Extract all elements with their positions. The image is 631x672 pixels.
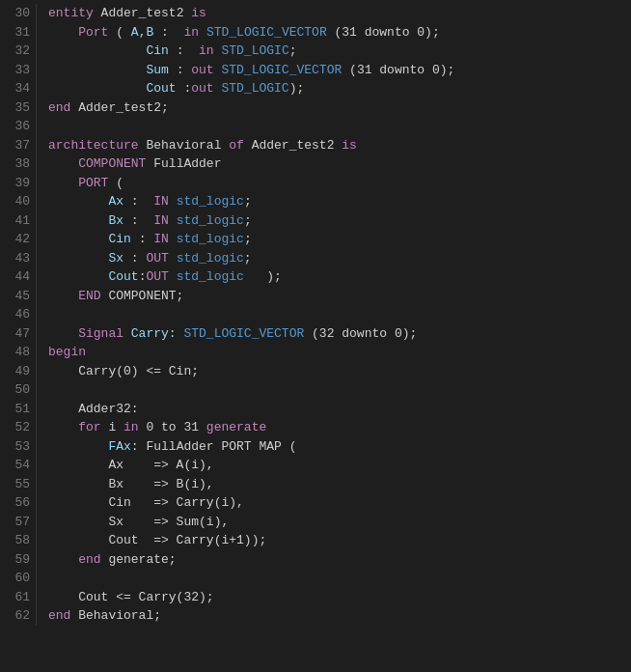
line-number: 60 <box>6 569 30 588</box>
token: FullAdder <box>146 156 221 171</box>
token: 0 to 31 <box>139 420 206 434</box>
code-line: for i in 0 to 31 generate <box>48 418 619 437</box>
token <box>169 251 177 266</box>
token <box>169 194 177 209</box>
token: Sx <box>48 251 123 266</box>
token: ); <box>244 269 282 284</box>
code-line: Cout => Carry(i+1)); <box>48 531 619 550</box>
token: A,B <box>131 25 153 40</box>
line-number: 34 <box>6 79 30 98</box>
code-line: architecture Behavioral of Adder_test2 i… <box>48 136 619 155</box>
token: IN <box>153 213 169 228</box>
code-line: end Adder_test2; <box>48 98 619 118</box>
token: generate <box>206 420 266 434</box>
code-line <box>48 117 619 136</box>
token: Cout <box>48 269 139 284</box>
code-line <box>48 380 619 400</box>
line-number: 32 <box>6 42 30 61</box>
code-line: END COMPONENT; <box>48 287 619 306</box>
token: : <box>169 43 199 58</box>
line-number: 44 <box>6 267 30 287</box>
token: Adder32: <box>48 402 139 416</box>
line-number: 33 <box>6 61 30 80</box>
token: : <box>131 232 153 246</box>
token: Cout <box>48 81 177 96</box>
code-content[interactable]: entity Adder_test2 is Port ( A,B : in ST… <box>37 4 631 626</box>
token: std_logic <box>177 251 244 266</box>
code-line: Sx : OUT std_logic; <box>48 249 619 268</box>
token: std_logic <box>177 194 244 209</box>
code-line: Ax => A(i), <box>48 456 619 475</box>
token <box>199 25 206 40</box>
code-line: PORT ( <box>48 174 619 193</box>
token: ( <box>108 176 123 190</box>
line-number: 42 <box>6 230 30 249</box>
token: COMPONENT; <box>101 289 184 303</box>
line-number: 39 <box>6 174 30 193</box>
token: : <box>153 25 183 40</box>
token: Sum <box>48 63 169 77</box>
token: architecture <box>48 138 139 153</box>
line-number: 52 <box>6 418 30 437</box>
token: (32 downto 0); <box>304 326 417 341</box>
code-line: Cout <= Carry(32); <box>48 588 619 607</box>
token: generate; <box>101 552 177 567</box>
line-numbers: 3031323334353637383940414243444546474849… <box>0 4 37 626</box>
code-line: Cin : IN std_logic; <box>48 230 619 249</box>
code-line: Cin : in STD_LOGIC; <box>48 42 619 61</box>
line-number: 53 <box>6 437 30 457</box>
code-line: Signal Carry: STD_LOGIC_VECTOR (32 downt… <box>48 324 619 344</box>
line-number: 38 <box>6 154 30 174</box>
line-number: 31 <box>6 23 30 42</box>
line-number: 37 <box>6 136 30 155</box>
token: std_logic <box>177 269 244 284</box>
token: is <box>191 6 206 20</box>
token: ; <box>244 232 252 246</box>
token: is <box>342 138 357 153</box>
token: STD_LOGIC <box>221 81 288 96</box>
token: ); <box>289 81 305 96</box>
token: Cout <= Carry(32); <box>48 590 214 604</box>
token: begin <box>48 345 86 359</box>
code-line: Carry(0) <= Cin; <box>48 362 619 381</box>
line-number: 46 <box>6 305 30 324</box>
code-line: Port ( A,B : in STD_LOGIC_VECTOR (31 dow… <box>48 23 619 42</box>
line-number: 61 <box>6 588 30 607</box>
token: : <box>123 194 153 209</box>
token: OUT <box>146 269 168 284</box>
token: : <box>177 81 192 96</box>
line-number: 30 <box>6 4 30 23</box>
code-editor: 3031323334353637383940414243444546474849… <box>0 0 631 630</box>
token: (31 downto 0); <box>327 25 440 40</box>
code-line: Adder32: <box>48 400 619 419</box>
token: STD_LOGIC_VECTOR <box>221 63 342 77</box>
code-line: COMPONENT FullAdder <box>48 154 619 174</box>
token: std_logic <box>177 213 244 228</box>
token: (31 downto 0); <box>342 63 454 77</box>
line-number: 47 <box>6 324 30 344</box>
code-line: begin <box>48 343 619 362</box>
line-number: 50 <box>6 380 30 400</box>
code-line: Cout:OUT std_logic ); <box>48 267 619 287</box>
token: Adder_test2; <box>70 100 168 115</box>
token: : <box>123 251 146 266</box>
code-line <box>48 305 619 324</box>
token: Carry: <box>123 326 183 341</box>
token: FAx <box>48 439 131 454</box>
token: ( <box>108 25 130 40</box>
token: Adder_test2 <box>244 138 342 153</box>
token: Ax <box>48 194 123 209</box>
token <box>169 269 177 284</box>
code-line: end Behavioral; <box>48 606 619 626</box>
line-number: 58 <box>6 531 30 550</box>
token <box>169 232 177 246</box>
line-number: 51 <box>6 400 30 419</box>
code-line: FAx: FullAdder PORT MAP ( <box>48 437 619 457</box>
token: Ax => A(i), <box>48 458 214 472</box>
token: ; <box>244 213 252 228</box>
token: entity <box>48 6 94 20</box>
token: for <box>48 420 101 434</box>
token: STD_LOGIC <box>221 43 288 58</box>
token: std_logic <box>177 232 244 246</box>
code-line: Sum : out STD_LOGIC_VECTOR (31 downto 0)… <box>48 61 619 80</box>
